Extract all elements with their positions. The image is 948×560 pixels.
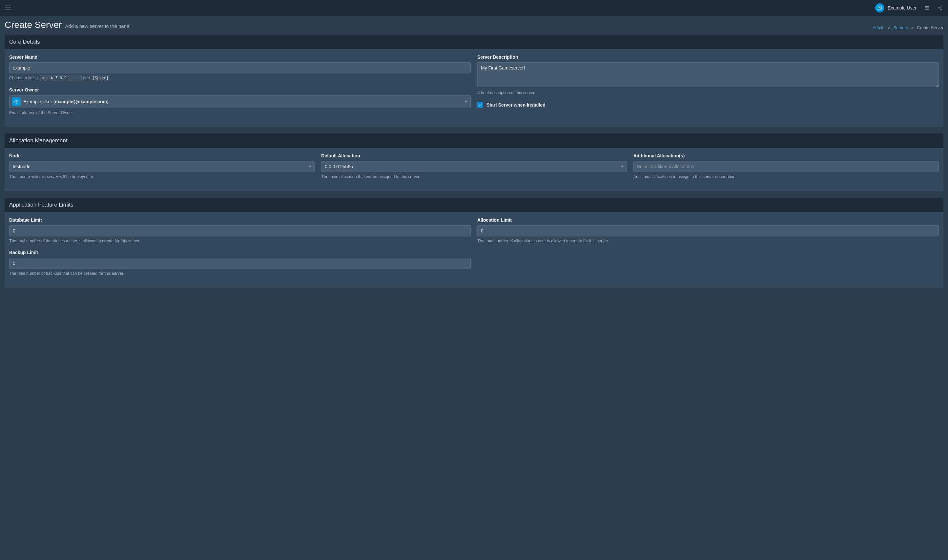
allocation-limit-help: The total number of allocations a user i… — [477, 238, 939, 244]
server-desc-help: A brief description of this server. — [477, 90, 939, 96]
default-alloc-select[interactable]: 0.0.0.0:25565 — [321, 161, 627, 172]
logout-icon[interactable] — [937, 5, 943, 11]
menu-toggle-icon[interactable] — [5, 6, 11, 10]
admin-settings-icon[interactable] — [924, 5, 930, 11]
allocation-panel: Allocation Management Node testnode The … — [5, 134, 943, 191]
database-limit-input[interactable] — [9, 225, 471, 236]
node-help: The node which this server will be deplo… — [9, 174, 314, 180]
node-label: Node — [9, 153, 314, 158]
server-owner-value: Example User (example@example.com) — [23, 99, 109, 104]
allocation-limit-input[interactable] — [477, 225, 939, 236]
breadcrumb: Admin > Servers > Create Server — [872, 25, 943, 30]
node-select[interactable]: testnode — [9, 161, 314, 172]
server-name-input[interactable] — [9, 62, 471, 74]
database-limit-label: Database Limit — [9, 217, 471, 223]
node-value: testnode — [13, 164, 31, 169]
svg-rect-1 — [879, 6, 880, 8]
additional-alloc-placeholder: Select Additional Allocations — [637, 164, 694, 169]
page-subtitle: Add a new server to the panel. — [65, 23, 131, 29]
backup-limit-label: Backup Limit — [9, 250, 471, 255]
additional-alloc-select[interactable]: Select Additional Allocations — [634, 161, 939, 172]
default-alloc-value: 0.0.0.0:25565 — [325, 164, 353, 169]
core-details-panel: Core Details Server Name Character limit… — [5, 35, 943, 127]
chevron-down-icon — [465, 101, 467, 102]
allocation-limit-label: Allocation Limit — [477, 217, 939, 223]
allocation-header: Allocation Management — [5, 134, 943, 148]
default-alloc-label: Default Allocation — [321, 153, 627, 158]
user-name: Example User — [888, 5, 917, 11]
owner-avatar-icon — [12, 97, 21, 106]
additional-alloc-help: Additional allocations to assign to this… — [634, 174, 939, 180]
topbar: Example User — [0, 0, 948, 16]
current-user[interactable]: Example User — [875, 3, 917, 12]
user-avatar — [875, 3, 884, 12]
start-when-installed-checkbox[interactable] — [477, 102, 483, 108]
svg-rect-3 — [925, 6, 929, 7]
breadcrumb-servers[interactable]: Servers — [893, 25, 908, 30]
feature-limits-panel: Application Feature Limits Database Limi… — [5, 198, 943, 288]
breadcrumb-admin[interactable]: Admin — [872, 25, 885, 30]
svg-rect-4 — [925, 8, 929, 9]
page-header: Create Server Add a new server to the pa… — [5, 20, 943, 30]
page-title: Create Server — [5, 20, 62, 30]
backup-limit-input[interactable] — [9, 258, 471, 269]
server-desc-input[interactable] — [477, 62, 939, 87]
server-owner-label: Server Owner — [9, 87, 471, 92]
core-details-header: Core Details — [5, 35, 943, 49]
chevron-down-icon — [621, 166, 624, 168]
feature-limits-header: Application Feature Limits — [5, 198, 943, 212]
server-desc-label: Server Description — [477, 54, 939, 60]
svg-rect-5 — [925, 9, 929, 10]
server-name-label: Server Name — [9, 54, 471, 60]
default-alloc-help: The main allocation that will be assigne… — [321, 174, 627, 180]
server-name-help: Character limits: a-z A-Z 0-9 _ - . and … — [9, 75, 471, 81]
chevron-down-icon — [309, 166, 311, 168]
additional-alloc-label: Additional Allocation(s) — [634, 153, 939, 158]
breadcrumb-current: Create Server — [917, 25, 943, 30]
server-owner-select[interactable]: Example User (example@example.com) — [9, 95, 471, 108]
database-limit-help: The total number of databases a user is … — [9, 238, 471, 244]
backup-limit-help: The total number of backups that can be … — [9, 271, 471, 277]
server-owner-help: Email address of the Server Owner. — [9, 110, 471, 116]
start-when-installed-label: Start Server when Installed — [487, 102, 546, 108]
